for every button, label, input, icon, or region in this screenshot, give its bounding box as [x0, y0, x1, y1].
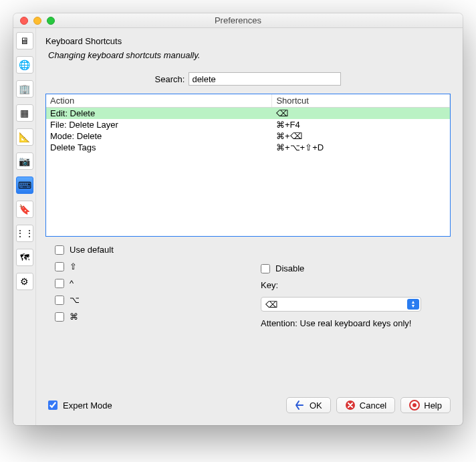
disable-checkbox[interactable] [261, 264, 270, 273]
ok-icon [295, 400, 306, 411]
cell-action: Mode: Delete [46, 130, 272, 142]
use-default-label: Use default [70, 245, 114, 255]
key-label: Key: [261, 280, 447, 290]
expert-mode-row: Expert Mode [48, 400, 112, 411]
table-row[interactable]: Mode: Delete⌘+⌫ [46, 130, 450, 142]
category-sidebar: 🖥🌐🏢▦📐📷⌨🔖⋮⋮🗺⚙ [13, 28, 36, 425]
tag-icon: 🔖 [19, 204, 30, 215]
sidebar-item-keyboard[interactable]: ⌨ [16, 177, 33, 194]
nodes-icon: ⋮⋮ [15, 228, 34, 239]
alt-checkbox[interactable] [55, 296, 64, 305]
alt-label: ⌥ [70, 295, 80, 305]
attention-text: Attention: Use real keyboard keys only! [261, 318, 447, 328]
preferences-window: Preferences 🖥🌐🏢▦📐📷⌨🔖⋮⋮🗺⚙ Keyboard Shortc… [13, 13, 463, 425]
help-button[interactable]: Help [400, 397, 451, 413]
globe-icon: 🌐 [19, 60, 30, 70]
alt-row: ⌥ [55, 295, 241, 305]
ok-button[interactable]: OK [286, 397, 331, 413]
sidebar-item-nodes[interactable]: ⋮⋮ [16, 225, 33, 242]
building-icon: 🏢 [19, 84, 30, 94]
use-default-checkbox[interactable] [55, 245, 64, 255]
use-default-row: Use default [55, 245, 241, 255]
svg-point-2 [412, 403, 416, 407]
cell-shortcut: ⌘+⌫ [272, 130, 450, 142]
meta-checkbox[interactable] [55, 312, 64, 322]
table-row[interactable]: Edit: Delete⌫ [46, 108, 450, 120]
content-pane: Keyboard Shortcuts Changing keyboard sho… [36, 28, 463, 425]
display-icon: 🖥 [20, 35, 29, 46]
meta-label: ⌘ [70, 312, 78, 322]
advanced-icon: ⚙ [20, 276, 29, 287]
chevron-updown-icon: ▲▼ [407, 299, 419, 310]
cell-action: File: Delete Layer [46, 119, 272, 130]
panel-title: Keyboard Shortcuts [45, 36, 451, 46]
sidebar-item-tag[interactable]: 🔖 [16, 201, 33, 218]
shift-checkbox[interactable] [55, 262, 64, 271]
cell-shortcut: ⌘+F4 [272, 119, 450, 130]
sidebar-item-building[interactable]: 🏢 [16, 80, 33, 98]
map-icon: 🗺 [20, 252, 29, 263]
window-title: Preferences [13, 15, 463, 25]
panel-description: Changing keyboard shortcuts manually. [48, 50, 451, 60]
shortcuts-table[interactable]: Action Shortcut Edit: Delete⌫File: Delet… [45, 94, 451, 237]
table-row[interactable]: Delete Tags⌘+⌥+⇧+D [46, 142, 450, 153]
expert-mode-checkbox[interactable] [48, 400, 57, 410]
cell-action: Edit: Delete [46, 108, 272, 120]
disable-row: Disable [261, 263, 447, 273]
shift-label: ⇧ [70, 261, 77, 271]
sidebar-item-advanced[interactable]: ⚙ [16, 273, 33, 290]
expert-mode-label: Expert Mode [63, 400, 112, 411]
search-row: Search: [45, 72, 451, 86]
cell-shortcut: ⌫ [272, 108, 450, 120]
camera-icon: 📷 [19, 156, 30, 166]
col-header-shortcut[interactable]: Shortcut [272, 94, 450, 108]
sidebar-item-grid[interactable]: ▦ [16, 104, 33, 122]
cell-shortcut: ⌘+⌥+⇧+D [272, 142, 450, 153]
search-input[interactable] [189, 72, 341, 86]
ruler-icon: 📐 [19, 132, 30, 142]
ctrl-row: ^ [55, 278, 241, 288]
cancel-button-label: Cancel [360, 400, 386, 411]
key-select[interactable]: ⌫ ▲▼ [261, 297, 421, 312]
help-button-label: Help [424, 400, 442, 411]
keyboard-icon: ⌨ [18, 180, 31, 191]
disable-label: Disable [275, 263, 304, 273]
col-header-action[interactable]: Action [46, 94, 272, 108]
table-row[interactable]: File: Delete Layer⌘+F4 [46, 119, 450, 130]
sidebar-item-display[interactable]: 🖥 [16, 32, 33, 49]
meta-row: ⌘ [55, 312, 241, 322]
cancel-button[interactable]: Cancel [336, 397, 395, 413]
search-label: Search: [155, 74, 185, 84]
help-icon [409, 400, 420, 411]
cell-action: Delete Tags [46, 142, 272, 153]
footer: Expert Mode OK Cancel [36, 389, 463, 425]
modifier-options: Use default ⇧ ^ ⌥ [45, 245, 451, 328]
ctrl-checkbox[interactable] [55, 279, 64, 288]
sidebar-item-ruler[interactable]: 📐 [16, 128, 33, 146]
ok-button-label: OK [310, 400, 322, 411]
sidebar-item-globe[interactable]: 🌐 [16, 56, 33, 74]
sidebar-item-map[interactable]: 🗺 [16, 249, 33, 266]
grid-icon: ▦ [20, 108, 29, 118]
shift-row: ⇧ [55, 261, 241, 271]
table-header-row: Action Shortcut [46, 94, 450, 108]
cancel-icon [345, 400, 356, 411]
titlebar: Preferences [13, 13, 463, 28]
key-select-value: ⌫ [265, 300, 277, 310]
sidebar-item-camera[interactable]: 📷 [16, 152, 33, 170]
ctrl-label: ^ [70, 278, 74, 288]
